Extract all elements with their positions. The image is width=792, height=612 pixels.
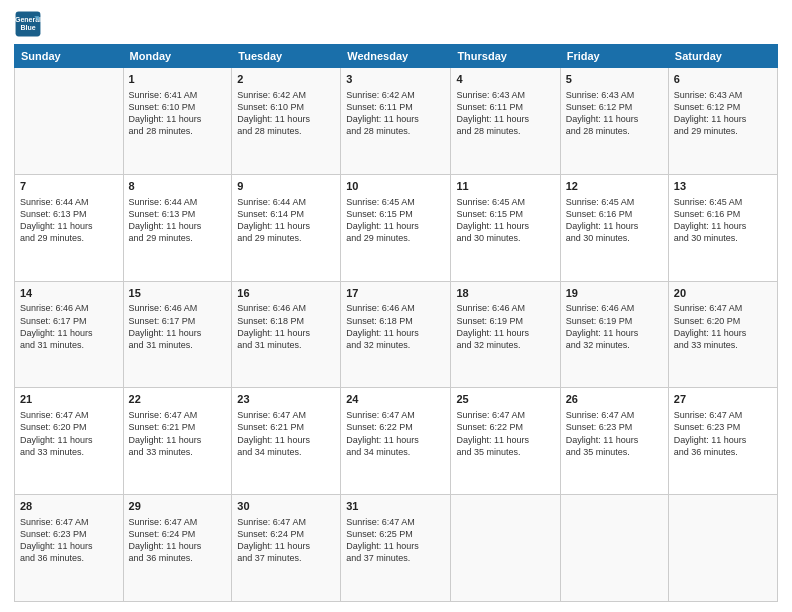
day-info: Sunrise: 6:47 AM Sunset: 6:24 PM Dayligh… [129, 516, 227, 565]
day-number: 15 [129, 286, 227, 301]
day-info: Sunrise: 6:47 AM Sunset: 6:21 PM Dayligh… [129, 409, 227, 458]
header-row: SundayMondayTuesdayWednesdayThursdayFrid… [15, 45, 778, 68]
day-cell: 27Sunrise: 6:47 AM Sunset: 6:23 PM Dayli… [668, 388, 777, 495]
day-info: Sunrise: 6:46 AM Sunset: 6:19 PM Dayligh… [566, 302, 663, 351]
day-info: Sunrise: 6:47 AM Sunset: 6:23 PM Dayligh… [674, 409, 772, 458]
day-number: 11 [456, 179, 554, 194]
day-cell: 19Sunrise: 6:46 AM Sunset: 6:19 PM Dayli… [560, 281, 668, 388]
day-info: Sunrise: 6:47 AM Sunset: 6:24 PM Dayligh… [237, 516, 335, 565]
day-cell: 28Sunrise: 6:47 AM Sunset: 6:23 PM Dayli… [15, 495, 124, 602]
day-number: 2 [237, 72, 335, 87]
day-info: Sunrise: 6:47 AM Sunset: 6:23 PM Dayligh… [20, 516, 118, 565]
day-number: 26 [566, 392, 663, 407]
day-number: 7 [20, 179, 118, 194]
day-info: Sunrise: 6:46 AM Sunset: 6:18 PM Dayligh… [237, 302, 335, 351]
logo: General Blue [14, 10, 42, 38]
day-info: Sunrise: 6:43 AM Sunset: 6:12 PM Dayligh… [674, 89, 772, 138]
day-cell [15, 68, 124, 175]
day-info: Sunrise: 6:41 AM Sunset: 6:10 PM Dayligh… [129, 89, 227, 138]
calendar-header: SundayMondayTuesdayWednesdayThursdayFrid… [15, 45, 778, 68]
day-cell [668, 495, 777, 602]
day-number: 20 [674, 286, 772, 301]
logo-icon: General Blue [14, 10, 42, 38]
day-info: Sunrise: 6:45 AM Sunset: 6:15 PM Dayligh… [346, 196, 445, 245]
svg-text:Blue: Blue [20, 24, 35, 31]
day-cell: 12Sunrise: 6:45 AM Sunset: 6:16 PM Dayli… [560, 174, 668, 281]
day-info: Sunrise: 6:46 AM Sunset: 6:19 PM Dayligh… [456, 302, 554, 351]
day-number: 16 [237, 286, 335, 301]
day-cell: 14Sunrise: 6:46 AM Sunset: 6:17 PM Dayli… [15, 281, 124, 388]
day-info: Sunrise: 6:45 AM Sunset: 6:16 PM Dayligh… [674, 196, 772, 245]
day-number: 25 [456, 392, 554, 407]
day-cell: 31Sunrise: 6:47 AM Sunset: 6:25 PM Dayli… [341, 495, 451, 602]
day-info: Sunrise: 6:46 AM Sunset: 6:17 PM Dayligh… [20, 302, 118, 351]
day-info: Sunrise: 6:46 AM Sunset: 6:17 PM Dayligh… [129, 302, 227, 351]
day-info: Sunrise: 6:43 AM Sunset: 6:12 PM Dayligh… [566, 89, 663, 138]
day-number: 17 [346, 286, 445, 301]
day-number: 19 [566, 286, 663, 301]
day-info: Sunrise: 6:47 AM Sunset: 6:22 PM Dayligh… [456, 409, 554, 458]
day-cell: 18Sunrise: 6:46 AM Sunset: 6:19 PM Dayli… [451, 281, 560, 388]
col-header-thursday: Thursday [451, 45, 560, 68]
day-cell: 9Sunrise: 6:44 AM Sunset: 6:14 PM Daylig… [232, 174, 341, 281]
day-number: 3 [346, 72, 445, 87]
col-header-friday: Friday [560, 45, 668, 68]
day-info: Sunrise: 6:45 AM Sunset: 6:16 PM Dayligh… [566, 196, 663, 245]
day-info: Sunrise: 6:47 AM Sunset: 6:25 PM Dayligh… [346, 516, 445, 565]
day-cell: 11Sunrise: 6:45 AM Sunset: 6:15 PM Dayli… [451, 174, 560, 281]
day-number: 14 [20, 286, 118, 301]
day-cell: 29Sunrise: 6:47 AM Sunset: 6:24 PM Dayli… [123, 495, 232, 602]
day-number: 23 [237, 392, 335, 407]
day-cell: 10Sunrise: 6:45 AM Sunset: 6:15 PM Dayli… [341, 174, 451, 281]
day-cell: 20Sunrise: 6:47 AM Sunset: 6:20 PM Dayli… [668, 281, 777, 388]
day-info: Sunrise: 6:44 AM Sunset: 6:13 PM Dayligh… [129, 196, 227, 245]
day-info: Sunrise: 6:42 AM Sunset: 6:10 PM Dayligh… [237, 89, 335, 138]
day-cell: 16Sunrise: 6:46 AM Sunset: 6:18 PM Dayli… [232, 281, 341, 388]
col-header-sunday: Sunday [15, 45, 124, 68]
day-cell: 4Sunrise: 6:43 AM Sunset: 6:11 PM Daylig… [451, 68, 560, 175]
day-cell: 30Sunrise: 6:47 AM Sunset: 6:24 PM Dayli… [232, 495, 341, 602]
day-number: 24 [346, 392, 445, 407]
day-number: 4 [456, 72, 554, 87]
col-header-wednesday: Wednesday [341, 45, 451, 68]
day-info: Sunrise: 6:47 AM Sunset: 6:20 PM Dayligh… [674, 302, 772, 351]
day-number: 8 [129, 179, 227, 194]
day-number: 6 [674, 72, 772, 87]
day-number: 31 [346, 499, 445, 514]
day-cell: 13Sunrise: 6:45 AM Sunset: 6:16 PM Dayli… [668, 174, 777, 281]
day-number: 1 [129, 72, 227, 87]
page: General Blue SundayMondayTuesdayWednesda… [0, 0, 792, 612]
header: General Blue [14, 10, 778, 38]
day-number: 29 [129, 499, 227, 514]
day-cell: 25Sunrise: 6:47 AM Sunset: 6:22 PM Dayli… [451, 388, 560, 495]
day-cell [451, 495, 560, 602]
day-info: Sunrise: 6:46 AM Sunset: 6:18 PM Dayligh… [346, 302, 445, 351]
day-number: 28 [20, 499, 118, 514]
day-number: 12 [566, 179, 663, 194]
day-cell: 7Sunrise: 6:44 AM Sunset: 6:13 PM Daylig… [15, 174, 124, 281]
day-cell: 23Sunrise: 6:47 AM Sunset: 6:21 PM Dayli… [232, 388, 341, 495]
day-number: 13 [674, 179, 772, 194]
day-cell [560, 495, 668, 602]
day-number: 27 [674, 392, 772, 407]
day-number: 18 [456, 286, 554, 301]
day-cell: 5Sunrise: 6:43 AM Sunset: 6:12 PM Daylig… [560, 68, 668, 175]
day-info: Sunrise: 6:47 AM Sunset: 6:23 PM Dayligh… [566, 409, 663, 458]
day-cell: 2Sunrise: 6:42 AM Sunset: 6:10 PM Daylig… [232, 68, 341, 175]
calendar-table: SundayMondayTuesdayWednesdayThursdayFrid… [14, 44, 778, 602]
day-info: Sunrise: 6:42 AM Sunset: 6:11 PM Dayligh… [346, 89, 445, 138]
col-header-tuesday: Tuesday [232, 45, 341, 68]
day-info: Sunrise: 6:47 AM Sunset: 6:22 PM Dayligh… [346, 409, 445, 458]
week-row-1: 7Sunrise: 6:44 AM Sunset: 6:13 PM Daylig… [15, 174, 778, 281]
col-header-monday: Monday [123, 45, 232, 68]
day-number: 10 [346, 179, 445, 194]
day-cell: 26Sunrise: 6:47 AM Sunset: 6:23 PM Dayli… [560, 388, 668, 495]
day-info: Sunrise: 6:47 AM Sunset: 6:20 PM Dayligh… [20, 409, 118, 458]
day-info: Sunrise: 6:44 AM Sunset: 6:13 PM Dayligh… [20, 196, 118, 245]
day-number: 30 [237, 499, 335, 514]
day-cell: 22Sunrise: 6:47 AM Sunset: 6:21 PM Dayli… [123, 388, 232, 495]
day-cell: 3Sunrise: 6:42 AM Sunset: 6:11 PM Daylig… [341, 68, 451, 175]
day-number: 5 [566, 72, 663, 87]
day-number: 21 [20, 392, 118, 407]
day-number: 22 [129, 392, 227, 407]
